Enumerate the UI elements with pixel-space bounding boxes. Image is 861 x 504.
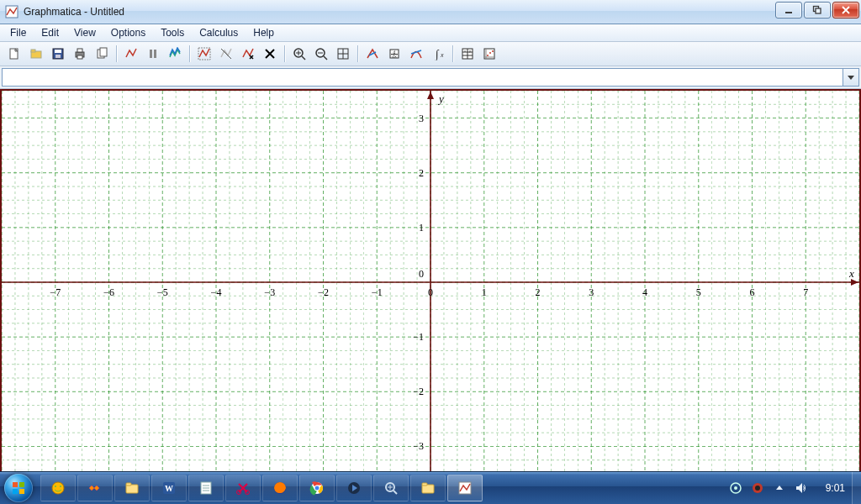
system-tray: 9:01 xyxy=(722,481,852,495)
tangent-line-icon[interactable] xyxy=(406,44,426,64)
svg-rect-3 xyxy=(816,8,821,13)
svg-rect-197 xyxy=(422,483,427,486)
svg-rect-12 xyxy=(77,49,82,52)
tray-volume-icon[interactable] xyxy=(795,481,808,495)
svg-text:−3: −3 xyxy=(264,286,275,298)
svg-text:1: 1 xyxy=(419,222,424,234)
taskbar-item-notepad[interactable] xyxy=(188,475,224,501)
svg-rect-178 xyxy=(126,483,131,486)
menu-calculus[interactable]: Calculus xyxy=(193,25,245,40)
svg-point-176 xyxy=(60,486,61,487)
save-icon[interactable] xyxy=(48,44,68,64)
svg-text:4: 4 xyxy=(642,286,647,298)
svg-text:−6: −6 xyxy=(103,286,114,298)
copy-icon[interactable] xyxy=(92,44,112,64)
svg-text:−2: −2 xyxy=(318,286,329,298)
svg-line-25 xyxy=(324,56,327,60)
svg-rect-9 xyxy=(55,50,61,53)
svg-text:x: x xyxy=(848,267,854,280)
find-derivative-icon[interactable] xyxy=(362,44,383,64)
integrate-icon[interactable]: ∫x xyxy=(428,44,448,64)
svg-text:0: 0 xyxy=(419,268,424,280)
svg-point-200 xyxy=(734,486,737,490)
svg-marker-203 xyxy=(776,486,783,490)
taskbar-item-chrome[interactable] xyxy=(299,475,335,501)
menu-file[interactable]: File xyxy=(3,25,33,40)
clear-icon[interactable] xyxy=(194,44,214,64)
open-file-icon[interactable] xyxy=(26,44,46,64)
hide-graph-icon[interactable] xyxy=(216,44,236,64)
menu-options[interactable]: Options xyxy=(104,25,152,40)
equation-input[interactable] xyxy=(2,68,843,87)
tray-icon-2[interactable] xyxy=(751,481,764,495)
tray-clock[interactable]: 9:01 xyxy=(816,482,845,494)
taskbar-item-2[interactable] xyxy=(77,475,113,501)
zoom-out-icon[interactable] xyxy=(311,44,331,64)
pause-icon[interactable] xyxy=(143,44,163,64)
menubar: File Edit View Options Tools Calculus He… xyxy=(0,24,861,42)
taskbar-pins: W xyxy=(40,475,483,501)
new-file-icon[interactable] xyxy=(4,44,24,64)
app-icon xyxy=(5,5,18,18)
menu-tools[interactable]: Tools xyxy=(154,25,191,40)
toolbar-separator xyxy=(116,45,117,62)
taskbar-item-mediaplayer[interactable] xyxy=(336,475,372,501)
menu-help[interactable]: Help xyxy=(246,25,281,40)
svg-text:5: 5 xyxy=(696,286,701,298)
svg-marker-147 xyxy=(851,279,858,286)
svg-text:−1: −1 xyxy=(372,286,383,298)
grid-range-icon[interactable] xyxy=(333,44,353,64)
taskbar-item-snip[interactable] xyxy=(225,475,261,501)
zoom-in-icon[interactable] xyxy=(289,44,309,64)
minimize-button[interactable] xyxy=(775,2,802,18)
show-desktop-button[interactable] xyxy=(852,472,861,504)
svg-text:−4: −4 xyxy=(211,286,222,298)
redraw-all-icon[interactable] xyxy=(165,44,185,64)
delete-all-icon[interactable] xyxy=(260,44,280,64)
svg-point-189 xyxy=(314,486,320,491)
taskbar-item-word[interactable]: W xyxy=(151,475,187,501)
equation-dropdown-button[interactable] xyxy=(843,68,859,87)
taskbar-item-magnifier[interactable] xyxy=(373,475,409,501)
svg-text:y: y xyxy=(469,49,471,53)
taskbar-item-firefox[interactable] xyxy=(262,475,298,501)
toolbar-separator xyxy=(284,45,285,62)
equation-row xyxy=(0,66,861,89)
graph-canvas[interactable]: −7−6−5−4−3−2−101234567−3−2−11230xy xyxy=(0,89,861,475)
svg-marker-148 xyxy=(427,92,434,99)
svg-text:x: x xyxy=(464,49,466,53)
close-button[interactable] xyxy=(832,2,859,18)
print-icon[interactable] xyxy=(70,44,90,64)
taskbar-item-graphmatica[interactable] xyxy=(447,475,483,501)
svg-rect-10 xyxy=(55,55,61,58)
taskbar-item-explorer-2[interactable] xyxy=(410,475,446,501)
data-plot-icon[interactable] xyxy=(479,44,499,64)
start-button[interactable] xyxy=(0,472,37,504)
svg-rect-17 xyxy=(154,50,156,58)
toolbar: ddx∫xxy xyxy=(0,42,861,66)
menu-edit[interactable]: Edit xyxy=(34,25,66,40)
toolbar-separator xyxy=(357,45,358,62)
tray-icon-1[interactable] xyxy=(729,481,742,495)
tray-show-hidden-icon[interactable] xyxy=(773,481,786,495)
svg-rect-15 xyxy=(100,48,107,56)
svg-point-175 xyxy=(55,486,56,487)
svg-text:W: W xyxy=(165,484,173,493)
point-tables-icon[interactable]: xy xyxy=(457,44,478,64)
svg-line-21 xyxy=(302,56,305,60)
taskbar-item-1[interactable] xyxy=(40,475,76,501)
menu-view[interactable]: View xyxy=(67,25,103,40)
svg-text:∫: ∫ xyxy=(435,48,440,60)
svg-rect-7 xyxy=(31,50,35,52)
delete-graph-icon[interactable] xyxy=(238,44,258,64)
svg-text:−5: −5 xyxy=(157,286,168,298)
svg-point-48 xyxy=(489,52,491,54)
window-title: Graphmatica - Untitled xyxy=(24,6,124,18)
svg-text:−7: −7 xyxy=(50,286,61,298)
taskbar-item-explorer[interactable] xyxy=(114,475,150,501)
derivative-icon[interactable]: ddx xyxy=(384,44,404,64)
svg-line-35 xyxy=(411,50,421,54)
maximize-button[interactable] xyxy=(804,2,831,18)
draw-graph-icon[interactable] xyxy=(121,44,141,64)
svg-text:−2: −2 xyxy=(413,386,424,397)
